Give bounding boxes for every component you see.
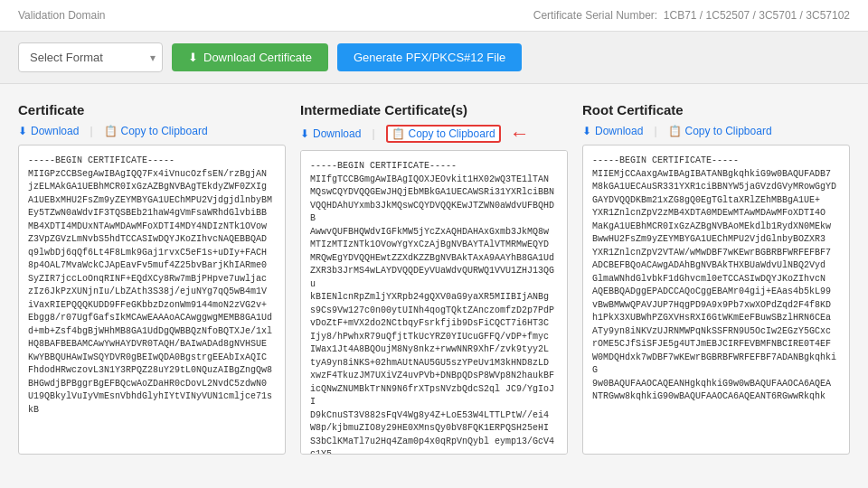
download-icon: ⬇	[300, 127, 309, 140]
root-certificate-column: Root Certificate ⬇ Download | 📋 Copy to …	[582, 102, 850, 455]
intermediate-clipboard-link[interactable]: 📋 Copy to Clipboard ←	[386, 125, 501, 143]
intermediate-download-link[interactable]: ⬇ Download	[300, 127, 361, 140]
validation-domain-label: Validation Domain	[18, 9, 106, 22]
intermediate-certificate-text: -----BEGIN CERTIFICATE----- MIIfgTCCBGmg…	[300, 150, 568, 455]
arrow-indicator: ←	[510, 122, 530, 145]
root-certificate-column-title: Root Certificate	[582, 102, 850, 117]
intermediate-certificate-column: Intermediate Certificate(s) ⬇ Download |…	[300, 102, 568, 455]
download-icon: ⬇	[188, 51, 198, 64]
download-icon: ⬇	[18, 125, 27, 137]
clipboard-icon: 📋	[392, 127, 405, 140]
intermediate-certificate-actions: ⬇ Download | 📋 Copy to Clipboard ←	[300, 125, 568, 143]
divider: |	[372, 127, 374, 140]
generate-pfx-button[interactable]: Generate PFX/PKCS#12 File	[337, 43, 522, 71]
root-download-link[interactable]: ⬇ Download	[582, 125, 643, 137]
clipboard-icon: 📋	[104, 125, 118, 137]
root-certificate-text: -----BEGIN CERTIFICATE----- MIIEMjCCAaxg…	[582, 145, 850, 455]
download-icon: ⬇	[582, 125, 591, 137]
main-content: Certificate ⬇ Download | 📋 Copy to Clipb…	[0, 84, 868, 473]
serial-number-label: Certificate Serial Number: 1CB71 / 1C525…	[533, 9, 850, 22]
divider: |	[90, 125, 92, 137]
root-clipboard-link[interactable]: 📋 Copy to Clipboard	[668, 125, 772, 137]
certificate-column: Certificate ⬇ Download | 📋 Copy to Clipb…	[18, 102, 286, 455]
intermediate-certificate-column-title: Intermediate Certificate(s)	[300, 102, 568, 117]
download-certificate-button[interactable]: ⬇ Download Certificate	[172, 43, 328, 71]
certificate-column-title: Certificate	[18, 102, 286, 117]
divider: |	[654, 125, 656, 137]
certificate-download-link[interactable]: ⬇ Download	[18, 125, 79, 137]
certificate-clipboard-link[interactable]: 📋 Copy to Clipboard	[104, 125, 208, 137]
toolbar: Select Format PEM DER PKCS7 ⬇ Download C…	[0, 32, 868, 84]
format-select[interactable]: Select Format PEM DER PKCS7	[18, 42, 163, 72]
format-select-wrapper: Select Format PEM DER PKCS7	[18, 42, 163, 72]
certificate-text: -----BEGIN CERTIFICATE----- MIIGPzCCBSeg…	[18, 145, 286, 455]
clipboard-icon: 📋	[668, 125, 682, 137]
certificate-actions: ⬇ Download | 📋 Copy to Clipboard	[18, 125, 286, 137]
top-bar: Validation Domain Certificate Serial Num…	[0, 0, 868, 32]
root-certificate-actions: ⬇ Download | 📋 Copy to Clipboard	[582, 125, 850, 137]
